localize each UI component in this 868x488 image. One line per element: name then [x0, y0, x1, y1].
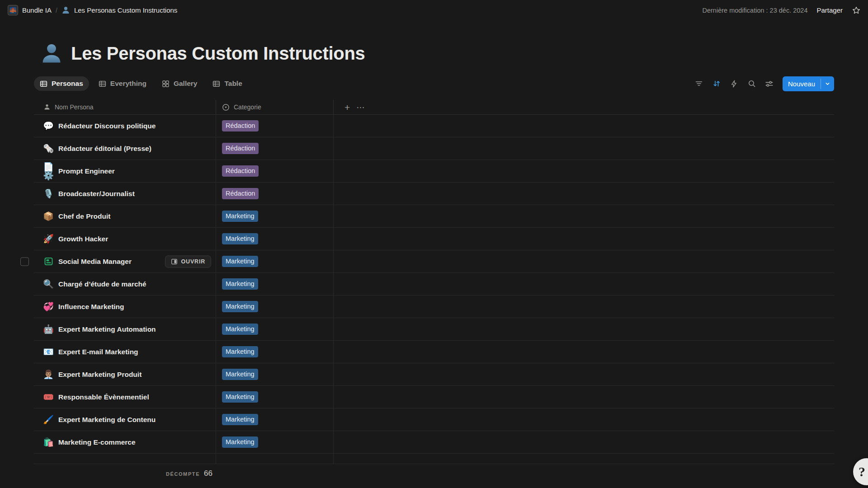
category-cell[interactable]: Marketing	[216, 205, 334, 227]
category-cell[interactable]: Rédaction	[216, 160, 334, 182]
table-row[interactable]: 🖌️ Expert Marketing de Contenu Marketing	[34, 408, 834, 431]
category-tag[interactable]: Marketing	[222, 369, 258, 380]
category-cell[interactable]: Marketing	[216, 431, 334, 453]
breadcrumb-root[interactable]: Bundle IA	[22, 6, 52, 14]
table-row[interactable]: 📧 Expert E-mail Marketing Marketing	[34, 341, 834, 363]
name-cell[interactable]: 📦 Chef de Produit	[34, 205, 216, 227]
new-button[interactable]: Nouveau	[783, 76, 834, 91]
row-icon: 🎟️	[43, 393, 53, 401]
table-row[interactable]: 📦 Chef de Produit Marketing	[34, 205, 834, 228]
table-row[interactable]: Social Media Manager OUVRIR Marketing	[34, 250, 834, 273]
table-row[interactable]: 👨🏽‍💼 Expert Marketing Produit Marketing	[34, 363, 834, 386]
category-tag[interactable]: Marketing	[222, 414, 258, 425]
category-cell[interactable]: Marketing	[216, 318, 334, 340]
share-button[interactable]: Partager	[816, 6, 843, 14]
sort-icon[interactable]	[710, 77, 723, 90]
breadcrumb-page[interactable]: Les Personas Custom Instructions	[74, 6, 177, 14]
category-cell[interactable]: Marketing	[216, 386, 334, 408]
category-cell[interactable]: Rédaction	[216, 115, 334, 137]
name-cell[interactable]: 📧 Expert E-mail Marketing	[34, 341, 216, 363]
table-row[interactable]: 🔍 Chargé d’étude de marché Marketing	[34, 273, 834, 296]
favorite-star-icon[interactable]	[852, 6, 861, 15]
chevron-down-icon[interactable]	[821, 76, 834, 91]
category-tag[interactable]: Rédaction	[222, 165, 259, 176]
name-cell[interactable]: 🖌️ Expert Marketing de Contenu	[34, 408, 216, 431]
empty-cell	[334, 250, 834, 272]
search-icon[interactable]	[745, 77, 759, 90]
table-row[interactable]: 🤖 Expert Marketing Automation Marketing	[34, 318, 834, 341]
empty-cell	[334, 228, 834, 250]
name-cell[interactable]: 📄⚙️ Prompt Engineer	[34, 160, 216, 182]
open-row-button[interactable]: OUVRIR	[165, 255, 211, 267]
category-cell[interactable]: Rédaction	[216, 183, 334, 205]
category-cell[interactable]: Marketing	[216, 228, 334, 250]
filter-icon[interactable]	[692, 77, 706, 90]
category-tag[interactable]: Rédaction	[222, 120, 259, 131]
category-tag[interactable]: Marketing	[222, 391, 258, 402]
sliders-icon[interactable]	[763, 77, 776, 90]
name-cell[interactable]: 🗞️ Rédacteur éditorial (Presse)	[34, 137, 216, 160]
category-cell[interactable]: Marketing	[216, 408, 334, 431]
row-checkbox[interactable]	[20, 257, 29, 266]
table-row[interactable]: 🎟️ Responsable Évènementiel Marketing	[34, 386, 834, 408]
topbar: 🌉 Bundle IA / Les Personas Custom Instru…	[0, 0, 868, 20]
category-cell[interactable]: Marketing	[216, 296, 334, 318]
category-cell[interactable]: Marketing	[216, 273, 334, 295]
table-row[interactable]: 📄⚙️ Prompt Engineer Rédaction	[34, 160, 834, 183]
category-tag[interactable]: Marketing	[222, 256, 258, 267]
category-cell[interactable]: Marketing	[216, 341, 334, 363]
lightning-icon[interactable]	[727, 77, 741, 90]
category-tag[interactable]: Rédaction	[222, 188, 259, 199]
table-row[interactable]: 💬 Rédacteur Discours politique Rédaction	[34, 115, 834, 137]
tab-gallery[interactable]: Gallery	[156, 76, 203, 91]
name-cell[interactable]: 🎟️ Responsable Évènementiel	[34, 386, 216, 408]
table-row[interactable]: 💞 Influence Marketing Marketing	[34, 296, 834, 318]
name-cell[interactable]: 🛍️ Marketing E-commerce	[34, 431, 216, 453]
category-tag[interactable]: Marketing	[222, 346, 258, 357]
row-name: Expert Marketing Produit	[58, 371, 142, 379]
category-cell[interactable]: Rédaction	[216, 137, 334, 160]
name-cell[interactable]: Social Media Manager OUVRIR	[34, 250, 216, 272]
name-cell[interactable]: 🤖 Expert Marketing Automation	[34, 318, 216, 340]
page-header: Les Personas Custom Instructions	[34, 42, 834, 65]
category-tag[interactable]: Rédaction	[222, 143, 259, 154]
category-tag[interactable]: Marketing	[222, 278, 258, 289]
add-column-button[interactable]: +	[344, 103, 350, 112]
tab-personas[interactable]: Personas	[34, 76, 89, 91]
new-button-label[interactable]: Nouveau	[783, 76, 821, 91]
category-tag[interactable]: Marketing	[222, 301, 258, 312]
count-wrap[interactable]: DÉCOMPTE 66	[34, 469, 216, 478]
row-name: Social Media Manager	[58, 258, 132, 266]
row-icon: 🤖	[43, 325, 53, 333]
side-peek-icon	[171, 258, 178, 265]
select-icon	[222, 103, 230, 111]
tab-table[interactable]: Table	[207, 76, 248, 91]
name-cell[interactable]: 🎙️ Broadcaster/Journalist	[34, 183, 216, 205]
name-cell[interactable]: 💞 Influence Marketing	[34, 296, 216, 318]
help-button[interactable]: ?	[853, 458, 868, 485]
table-row[interactable]: 🚀 Growth Hacker Marketing	[34, 228, 834, 250]
category-tag[interactable]: Marketing	[222, 436, 258, 447]
category-tag[interactable]: Marketing	[222, 211, 258, 221]
column-header-nom-persona[interactable]: Nom Persona	[34, 100, 216, 114]
table-icon	[40, 80, 47, 88]
category-tag[interactable]: Marketing	[222, 324, 258, 334]
name-cell[interactable]: 👨🏽‍💼 Expert Marketing Produit	[34, 363, 216, 385]
category-cell[interactable]: Marketing	[216, 363, 334, 385]
category-tag[interactable]: Marketing	[222, 233, 258, 244]
name-cell[interactable]: 🔍 Chargé d’étude de marché	[34, 273, 216, 295]
persona-bust-icon	[61, 6, 70, 14]
table-row[interactable]: 🗞️ Rédacteur éditorial (Presse) Rédactio…	[34, 137, 834, 160]
workspace-bridge-icon[interactable]: 🌉	[8, 5, 18, 15]
tab-everything[interactable]: Everything	[93, 76, 152, 91]
table-row[interactable]: 🎙️ Broadcaster/Journalist Rédaction	[34, 183, 834, 205]
column-header-categorie[interactable]: Categorie	[216, 100, 334, 114]
table-more-button[interactable]: ⋯	[356, 103, 366, 112]
row-name: Responsable Évènementiel	[58, 393, 149, 401]
page-persona-bust-icon[interactable]	[40, 42, 63, 65]
name-cell[interactable]: 💬 Rédacteur Discours politique	[34, 115, 216, 137]
table-icon	[212, 80, 220, 88]
table-row[interactable]: 🛍️ Marketing E-commerce Marketing	[34, 431, 834, 454]
name-cell[interactable]: 🚀 Growth Hacker	[34, 228, 216, 250]
category-cell[interactable]: Marketing	[216, 250, 334, 272]
